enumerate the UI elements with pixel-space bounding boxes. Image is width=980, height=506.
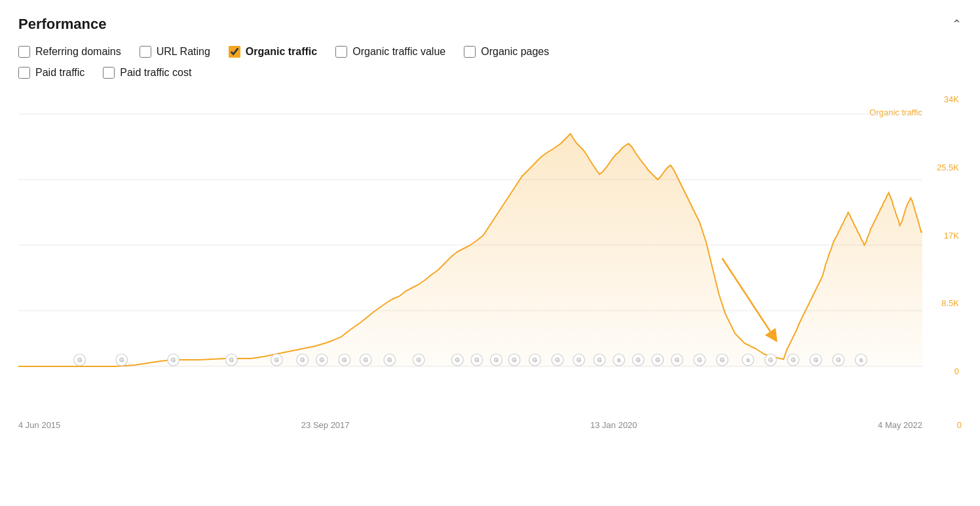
checkbox-label-referring-domains: Referring domains (35, 46, 121, 58)
checkbox-label-organic-traffic: Organic traffic (246, 46, 317, 58)
svg-text:G: G (455, 357, 460, 363)
svg-text:G: G (474, 357, 479, 363)
y-axis-labels: 34K 25.5K 17K 8.5K 0 (926, 94, 962, 376)
checkbox-referring-domains[interactable]: Referring domains (18, 46, 121, 58)
svg-text:G: G (119, 357, 124, 363)
checkbox-input-paid-traffic-cost[interactable] (103, 67, 115, 79)
checkbox-paid-traffic-cost[interactable]: Paid traffic cost (103, 67, 191, 79)
checkbox-input-url-rating[interactable] (140, 46, 151, 58)
svg-text:G: G (636, 357, 641, 363)
svg-text:G: G (836, 357, 840, 363)
svg-text:G: G (77, 357, 82, 363)
x-axis-labels: 4 Jun 2015 23 Sep 2017 13 Jan 2020 4 May… (18, 420, 922, 430)
svg-text:G: G (720, 357, 725, 363)
svg-text:G: G (512, 357, 517, 363)
svg-text:G: G (274, 357, 279, 363)
svg-text:G: G (533, 357, 537, 363)
checkbox-organic-pages[interactable]: Organic pages (464, 46, 549, 58)
y-label-0: 0 (954, 366, 959, 376)
x-label-zero: 0 (957, 420, 962, 430)
checkbox-input-organic-pages[interactable] (464, 46, 476, 58)
checkbox-label-organic-pages: Organic pages (481, 46, 549, 58)
x-label-2017: 23 Sep 2017 (301, 420, 350, 430)
checkboxes-row-1: Referring domains URL Rating Organic tra… (18, 46, 962, 58)
checkbox-input-referring-domains[interactable] (18, 46, 30, 58)
checkbox-label-paid-traffic: Paid traffic (35, 67, 85, 79)
svg-text:G: G (655, 357, 660, 363)
svg-text:G: G (300, 357, 305, 363)
svg-text:G: G (791, 357, 795, 363)
y-label-255k: 25.5K (937, 163, 959, 172)
chart-container: Organic traffic G (18, 94, 962, 409)
svg-text:G: G (364, 357, 368, 363)
svg-text:G: G (814, 357, 818, 363)
svg-text:G: G (417, 357, 421, 363)
checkbox-label-organic-traffic-value: Organic traffic value (352, 46, 445, 58)
checkboxes-row-2: Paid traffic Paid traffic cost (18, 67, 962, 79)
collapse-icon[interactable]: ⌃ (952, 17, 962, 31)
svg-text:G: G (556, 357, 560, 363)
x-label-2022: 4 May 2022 (878, 420, 922, 430)
svg-text:G: G (171, 357, 176, 363)
x-label-2020: 13 Jan 2020 (590, 420, 637, 430)
svg-text:G: G (320, 357, 324, 363)
checkbox-input-paid-traffic[interactable] (18, 67, 30, 79)
y-label-17k: 17K (944, 231, 959, 241)
checkbox-label-paid-traffic-cost: Paid traffic cost (120, 67, 191, 79)
x-label-2015: 4 Jun 2015 (18, 420, 60, 430)
page-title: Performance (18, 16, 107, 33)
svg-text:G: G (342, 357, 347, 363)
svg-text:G: G (576, 357, 581, 363)
chart-svg: G G G G G G G G G G G G G (18, 94, 922, 376)
svg-text:G: G (675, 357, 679, 363)
checkbox-organic-traffic-value[interactable]: Organic traffic value (335, 46, 445, 58)
checkbox-input-organic-traffic-value[interactable] (335, 46, 347, 58)
svg-text:a: a (617, 357, 620, 363)
svg-text:G: G (597, 357, 602, 363)
svg-text:G: G (229, 357, 234, 363)
svg-text:G: G (768, 357, 773, 363)
y-label-85k: 8.5K (941, 298, 959, 308)
checkbox-label-url-rating: URL Rating (157, 46, 210, 58)
y-label-34k: 34K (944, 94, 959, 104)
svg-text:G: G (697, 357, 702, 363)
checkbox-url-rating[interactable]: URL Rating (140, 46, 210, 58)
svg-text:a: a (859, 357, 863, 363)
svg-text:G: G (387, 357, 392, 363)
svg-text:G: G (494, 357, 499, 363)
checkbox-input-organic-traffic[interactable] (229, 46, 240, 58)
checkbox-organic-traffic[interactable]: Organic traffic (229, 46, 317, 58)
svg-text:a: a (746, 357, 749, 363)
checkbox-paid-traffic[interactable]: Paid traffic (18, 67, 85, 79)
